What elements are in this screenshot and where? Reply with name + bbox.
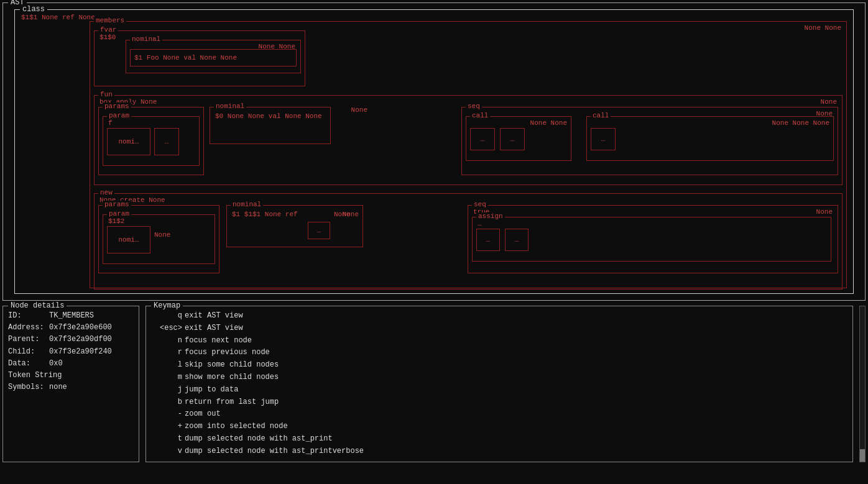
keymap-desc: return from last jump [185, 396, 279, 409]
keymap-entry: -zoom out [152, 408, 846, 421]
nominal1-box: nominal None None $1 Foo None val None N… [126, 40, 301, 73]
call1-inner2: … [500, 128, 525, 150]
fvar-label: fvar [98, 26, 118, 34]
fun-label: fun [98, 91, 114, 98]
scrollbar-thumb[interactable] [860, 449, 865, 462]
nomi2-box: nomi… [107, 226, 150, 253]
detail-address-row: Address: 0x7f3e2a90e600 [8, 322, 134, 334]
seq1-box: seq None call None None … … [461, 107, 838, 175]
fvar-box: fvar $1$0 nominal None None $1 Foo None … [94, 30, 305, 86]
assign-box: assign … … … [472, 217, 831, 262]
assign-inner2: … [505, 229, 529, 251]
detail-parent-row: Parent: 0x7f3e2a90df00 [8, 334, 134, 345]
detail-child-val: 0x7f3e2a90f240 [49, 346, 112, 358]
keymap-key: v [152, 445, 182, 458]
detail-id-row: ID: TK_MEMBERS [8, 310, 134, 322]
params2-label: params [103, 201, 131, 208]
seq2-box: seq true None assign … … … [468, 205, 838, 273]
keymap-key: t [152, 433, 182, 445]
keymap-entry: tdump selected node with ast_print [152, 433, 846, 445]
keymap-desc: dump selected node with ast_print [185, 433, 333, 445]
class-text: $1$1 None ref None [21, 14, 95, 21]
nominal3-inner: … [308, 222, 330, 239]
nominal2-label: nominal [214, 103, 246, 110]
keymap-desc: show more child nodes [185, 372, 279, 384]
detail-address-val: 0x7f3e2a90e600 [49, 322, 112, 334]
call2-right: None None None [772, 119, 829, 127]
param1-text: f [108, 119, 113, 127]
keymap-desc: skip some child nodes [185, 359, 279, 372]
keymap-title: Keymap [151, 301, 183, 310]
params1-box: params param f nomi… … [98, 107, 204, 175]
keymap-desc: zoom into selected node [185, 421, 288, 433]
nominal1-inner: $1 Foo None val None None [130, 49, 297, 66]
seq2-label: seq [472, 201, 488, 208]
scrollbar[interactable] [859, 306, 866, 462]
detail-data-key: Data: [8, 358, 45, 370]
call1-label: call [470, 112, 490, 119]
keymap-entry: rfocus previous node [152, 347, 846, 359]
nomi2-text: None [154, 231, 170, 239]
nominal2-box: nominal $0 None None val None None None [210, 107, 331, 144]
detail-token-val: Token String [8, 370, 62, 381]
param2-box: param $1$2 nomi… None [103, 214, 215, 264]
detail-symbols-val: none [49, 381, 67, 393]
keymap-entry: mshow more child nodes [152, 372, 846, 384]
keymap-entry: lskip some child nodes [152, 359, 846, 372]
ast-view: AST class $1$1 None ref None members Non… [2, 2, 866, 301]
keymap-desc: zoom out [185, 408, 221, 421]
assign-inner1: … [476, 229, 500, 251]
keymap-key: j [152, 384, 182, 396]
keymap-entry: qexit AST view [152, 310, 846, 322]
keymap-key: n [152, 335, 182, 347]
keymap-panel: Keymap qexit AST view<esc>exit AST viewn… [145, 306, 853, 462]
keymap-entry: breturn from last jump [152, 396, 846, 409]
keymap-key: b [152, 396, 182, 409]
detail-id-val: TK_MEMBERS [49, 310, 94, 322]
keymap-key: + [152, 421, 182, 433]
detail-parent-val: 0x7f3e2a90df00 [49, 334, 112, 345]
params2-box: params param $1$2 nomi… None [98, 205, 219, 273]
param2-label: param [107, 210, 131, 217]
keymap-desc: exit AST view [185, 310, 243, 322]
fvar-text: $1$0 [99, 34, 116, 41]
seq1-label: seq [466, 103, 482, 110]
keymap-key: <esc> [152, 322, 182, 335]
detail-symbols-key: Symbols: [8, 381, 45, 393]
call2-label: call [591, 112, 611, 119]
new-box: new None create None params param $1$2 n… [94, 193, 843, 290]
keymap-key: l [152, 359, 182, 372]
call1-box: call None None … … [466, 116, 571, 161]
box1: … [154, 128, 179, 155]
keymap-entry: jjump to data [152, 384, 846, 396]
nomi1-box: nomi… [107, 128, 150, 155]
members-label: members [94, 17, 126, 24]
nominal3-box: nominal $1 $1$1 None ref … None None [226, 205, 363, 247]
fun-right: None [821, 98, 837, 106]
keymap-key: r [152, 347, 182, 359]
keymap-entry: +zoom into selected node [152, 421, 846, 433]
detail-data-val: 0x0 [49, 358, 63, 370]
node-details-title: Node details [8, 301, 67, 310]
keymap-key: m [152, 372, 182, 384]
nominal1-label: nominal [130, 35, 162, 43]
nominal3-label: nominal [231, 201, 263, 208]
new-label: new [98, 189, 114, 196]
nominal2-right: None [351, 106, 367, 114]
detail-address-key: Address: [8, 322, 45, 334]
keymap-entries: qexit AST view<esc>exit AST viewnfocus n… [152, 310, 846, 458]
keymap-key: q [152, 310, 182, 322]
assign-label: assign [476, 212, 505, 220]
bottom-panel: Node details ID: TK_MEMBERS Address: 0x7… [2, 306, 866, 462]
nominal3-right2: None [334, 211, 350, 218]
call2-box: call None None None … [586, 116, 834, 161]
members-right: None None [805, 24, 841, 32]
keymap-entry: <esc>exit AST view [152, 322, 846, 335]
detail-symbols-row: Symbols: none [8, 381, 134, 393]
fun-box: fun box apply None None params param f n… [94, 95, 843, 185]
param1-box: param f nomi… … [103, 116, 200, 166]
detail-token-row: Token String [8, 370, 134, 381]
keymap-key: - [152, 408, 182, 421]
keymap-entry: nfocus next node [152, 335, 846, 347]
param1-label: param [107, 112, 131, 119]
